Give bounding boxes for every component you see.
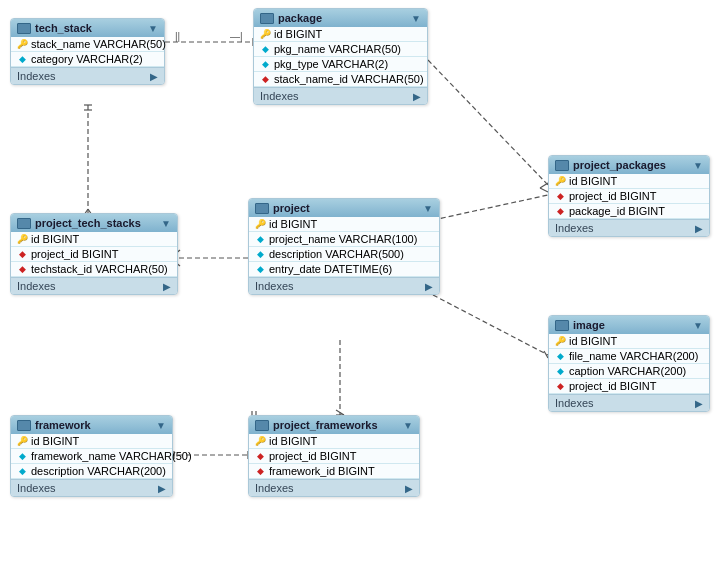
col-text: category VARCHAR(2)	[31, 53, 143, 65]
col-text: project_id BIGINT	[569, 380, 656, 392]
key-icon: 🔑	[260, 29, 270, 39]
table-name-framework: framework	[35, 419, 91, 431]
footer-arrow-icon: ▶	[163, 281, 171, 292]
table-header-project: project ▼	[249, 199, 439, 217]
col-text: framework_name VARCHAR(50)	[31, 450, 192, 462]
table-footer-package[interactable]: Indexes ▶	[254, 87, 427, 104]
table-name-project_tech_stacks: project_tech_stacks	[35, 217, 141, 229]
table-footer-project_frameworks[interactable]: Indexes ▶	[249, 479, 419, 496]
table-header-package: package ▼	[254, 9, 427, 27]
table-framework[interactable]: framework ▼ 🔑 id BIGINT ◆ framework_name…	[10, 415, 173, 497]
table-icon	[555, 160, 569, 171]
table-project[interactable]: project ▼ 🔑 id BIGINT ◆ project_name VAR…	[248, 198, 440, 295]
svg-line-4	[433, 195, 548, 220]
table-icon	[17, 23, 31, 34]
col-text: techstack_id VARCHAR(50)	[31, 263, 168, 275]
col-techstack_id: ◆ techstack_id VARCHAR(50)	[11, 262, 177, 277]
svg-line-3	[428, 60, 548, 185]
fk-icon: ◆	[255, 451, 265, 461]
svg-line-17	[540, 188, 548, 192]
table-name-project: project	[273, 202, 310, 214]
col-text: description VARCHAR(500)	[269, 248, 404, 260]
key-icon: 🔑	[17, 39, 27, 49]
key-icon: 🔑	[555, 176, 565, 186]
table-project_tech_stacks[interactable]: project_tech_stacks ▼ 🔑 id BIGINT ◆ proj…	[10, 213, 178, 295]
fk-icon: ◆	[17, 54, 27, 64]
fk-icon: ◆	[260, 74, 270, 84]
table-icon	[255, 203, 269, 214]
col-description: ◆ description VARCHAR(500)	[249, 247, 439, 262]
svg-line-16	[540, 183, 548, 188]
col-text: id BIGINT	[274, 28, 322, 40]
table-icon	[17, 218, 31, 229]
col-id: 🔑 id BIGINT	[249, 217, 439, 232]
col-id: 🔑 id BIGINT	[549, 174, 709, 189]
table-header-framework: framework ▼	[11, 416, 172, 434]
footer-arrow-icon: ▶	[425, 281, 433, 292]
table-header-project_packages: project_packages ▼	[549, 156, 709, 174]
caret-icon: ▼	[148, 23, 158, 34]
table-footer-project_packages[interactable]: Indexes ▶	[549, 219, 709, 236]
col-project_name: ◆ project_name VARCHAR(100)	[249, 232, 439, 247]
col-text: description VARCHAR(200)	[31, 465, 166, 477]
table-footer-framework[interactable]: Indexes ▶	[11, 479, 172, 496]
fk-icon: ◆	[555, 191, 565, 201]
col-text: project_id BIGINT	[269, 450, 356, 462]
col-id: 🔑 id BIGINT	[249, 434, 419, 449]
svg-text:—|: —|	[230, 31, 243, 42]
table-name-tech_stack: tech_stack	[35, 22, 92, 34]
table-header-project_frameworks: project_frameworks ▼	[249, 416, 419, 434]
col-project_id: ◆ project_id BIGINT	[549, 189, 709, 204]
col-text: id BIGINT	[269, 218, 317, 230]
table-name-project_packages: project_packages	[573, 159, 666, 171]
fk-icon: ◆	[255, 264, 265, 274]
fk-icon: ◆	[555, 351, 565, 361]
col-project_id: ◆ project_id BIGINT	[249, 449, 419, 464]
col-text: framework_id BIGINT	[269, 465, 375, 477]
caret-icon: ▼	[411, 13, 421, 24]
table-package[interactable]: package ▼ 🔑 id BIGINT ◆ pkg_name VARCHAR…	[253, 8, 428, 105]
table-tech_stack[interactable]: tech_stack ▼ 🔑 stack_name VARCHAR(50) ◆ …	[10, 18, 165, 85]
table-icon	[555, 320, 569, 331]
key-icon: 🔑	[555, 336, 565, 346]
fk-icon: ◆	[555, 366, 565, 376]
fk-icon: ◆	[555, 206, 565, 216]
table-name-package: package	[278, 12, 322, 24]
col-description: ◆ description VARCHAR(200)	[11, 464, 172, 479]
fk-icon: ◆	[17, 451, 27, 461]
col-id: 🔑 id BIGINT	[254, 27, 427, 42]
table-image[interactable]: image ▼ 🔑 id BIGINT ◆ file_name VARCHAR(…	[548, 315, 710, 412]
table-name-project_frameworks: project_frameworks	[273, 419, 378, 431]
footer-arrow-icon: ▶	[413, 91, 421, 102]
col-text: pkg_name VARCHAR(50)	[274, 43, 401, 55]
table-footer-project[interactable]: Indexes ▶	[249, 277, 439, 294]
table-icon	[260, 13, 274, 24]
col-file_name: ◆ file_name VARCHAR(200)	[549, 349, 709, 364]
table-footer-image[interactable]: Indexes ▶	[549, 394, 709, 411]
col-pkg_name: ◆ pkg_name VARCHAR(50)	[254, 42, 427, 57]
table-footer-tech_stack[interactable]: Indexes ▶	[11, 67, 164, 84]
col-text: id BIGINT	[31, 233, 79, 245]
footer-arrow-icon: ▶	[695, 223, 703, 234]
fk-icon: ◆	[255, 234, 265, 244]
svg-line-5	[433, 295, 548, 355]
col-text: stack_name_id VARCHAR(50)	[274, 73, 424, 85]
table-project_packages[interactable]: project_packages ▼ 🔑 id BIGINT ◆ project…	[548, 155, 710, 237]
col-text: id BIGINT	[569, 175, 617, 187]
fk-icon: ◆	[17, 264, 27, 274]
col-text: project_id BIGINT	[569, 190, 656, 202]
fk-icon: ◆	[255, 249, 265, 259]
col-project_id: ◆ project_id BIGINT	[549, 379, 709, 394]
table-header-tech_stack: tech_stack ▼	[11, 19, 164, 37]
col-entry_date: ◆ entry_date DATETIME(6)	[249, 262, 439, 277]
col-text: file_name VARCHAR(200)	[569, 350, 698, 362]
col-text: id BIGINT	[31, 435, 79, 447]
table-footer-project_tech_stacks[interactable]: Indexes ▶	[11, 277, 177, 294]
table-icon	[17, 420, 31, 431]
col-pkg_type: ◆ pkg_type VARCHAR(2)	[254, 57, 427, 72]
er-diagram: || —|	[0, 0, 715, 561]
col-category: ◆ category VARCHAR(2)	[11, 52, 164, 67]
key-icon: 🔑	[255, 436, 265, 446]
table-project_frameworks[interactable]: project_frameworks ▼ 🔑 id BIGINT ◆ proje…	[248, 415, 420, 497]
caret-icon: ▼	[156, 420, 166, 431]
